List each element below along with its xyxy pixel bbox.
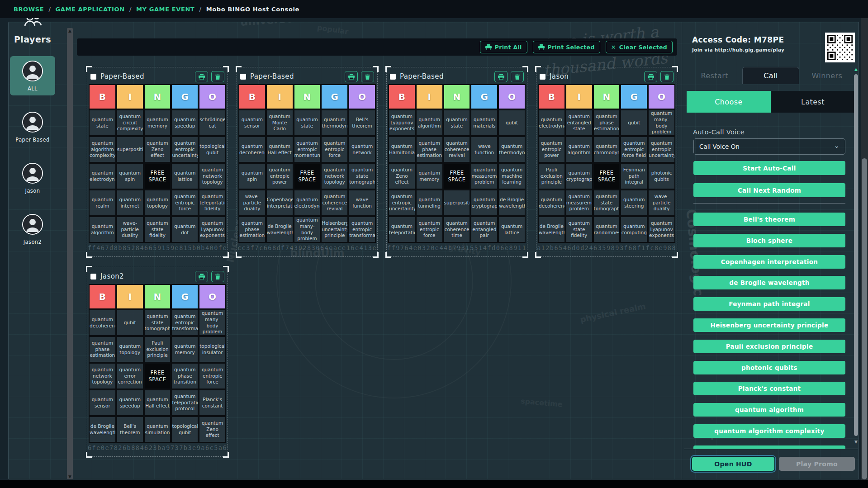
bingo-cell[interactable]: de Broglie wavelength [266, 216, 294, 243]
bingo-cell[interactable]: quantum realm [89, 190, 116, 216]
call-term-button[interactable]: Feynman path integral [693, 297, 845, 311]
bingo-cell[interactable]: quantum error correction [116, 363, 144, 389]
bingo-cell[interactable]: quantum memory [171, 336, 199, 363]
free-space-cell[interactable]: FREE SPACE [294, 163, 321, 190]
open-hud-button[interactable]: Open HUD [692, 457, 774, 471]
scroll-up-icon[interactable]: ▲ [67, 28, 73, 33]
bingo-cell[interactable]: wave- particle duality [648, 190, 675, 216]
delete-card-button[interactable] [660, 71, 674, 82]
bingo-cell[interactable]: quantum circuit complexity [116, 109, 144, 136]
bingo-cell[interactable]: quantum state tomography [144, 309, 171, 336]
bingo-cell[interactable]: Planck's constant [199, 389, 226, 416]
bingo-cell[interactable]: quantum cryptography [565, 163, 593, 190]
bingo-cell[interactable]: qubit [116, 309, 144, 336]
bingo-cell[interactable]: quantum topology [144, 190, 171, 216]
bingo-cell[interactable]: quantum state [294, 109, 321, 136]
bingo-cell[interactable]: wave function [348, 190, 376, 216]
bingo-cell[interactable]: quantum coherence time [443, 216, 471, 243]
bingo-cell[interactable]: quantum algorithm [416, 109, 443, 136]
bingo-cell[interactable]: quantum entropic uncertainty [648, 136, 675, 163]
bingo-cell[interactable]: quantum machine learning [498, 163, 526, 190]
bingo-cell[interactable]: quantum speedup [171, 109, 199, 136]
bingo-cell[interactable]: quantum entropic transformation [171, 309, 199, 336]
free-space-cell[interactable]: FREE SPACE [593, 163, 621, 190]
bingo-cell[interactable]: quantum spin [238, 163, 266, 190]
bingo-cell[interactable]: quantum state [443, 109, 471, 136]
card-checkbox[interactable] [90, 274, 96, 280]
bingo-cell[interactable]: superposition [116, 136, 144, 163]
bingo-cell[interactable]: quantum entropic force field [620, 136, 648, 163]
bingo-cell[interactable]: quantum materials [470, 109, 498, 136]
bingo-cell[interactable]: topological qubit [171, 416, 199, 443]
bingo-cell[interactable]: quantum steering [620, 190, 648, 216]
bingo-cell[interactable]: quantum cryptography [470, 190, 498, 216]
panel-scrollbar[interactable]: ▲ ▼ [854, 67, 859, 470]
bingo-cell[interactable]: quantum state fidelity [565, 216, 593, 243]
bingo-cell[interactable]: quantum Zeno effect [388, 163, 416, 190]
bingo-cell[interactable]: quantum Lyapunov exponents [648, 216, 675, 243]
bingo-cell[interactable]: qubit [620, 109, 648, 136]
play-promo-button[interactable]: Play Promo [779, 457, 855, 471]
content-scrollbar[interactable]: ▲ ▼ [67, 28, 73, 479]
bingo-cell[interactable]: quantum entropic force [321, 136, 348, 163]
bingo-cell[interactable]: quantum network topology [199, 163, 226, 190]
bingo-cell[interactable]: quantum electrodynamics [89, 163, 116, 190]
bingo-cell[interactable]: quantum network topology [89, 363, 116, 389]
bingo-cell[interactable]: quantum tunneling [416, 190, 443, 216]
bingo-cell[interactable]: quantum measurement problem [565, 190, 593, 216]
subtab-choose[interactable]: Choose [687, 91, 771, 113]
bingo-cell[interactable]: quantum teleportation [388, 216, 416, 243]
bingo-cell[interactable]: quantum sensor [238, 109, 266, 136]
bingo-cell[interactable]: quantum decoherence [538, 190, 565, 216]
bingo-cell[interactable]: quantum algorithm [565, 136, 593, 163]
free-space-cell[interactable]: FREE SPACE [144, 163, 171, 190]
bingo-cell[interactable]: Copenhagen interpretation [266, 190, 294, 216]
print-card-button[interactable] [494, 71, 508, 82]
bingo-cell[interactable]: schrödinger cat [199, 109, 226, 136]
bingo-cell[interactable]: quantum sensor [89, 389, 116, 416]
bingo-cell[interactable]: quantum lattice [498, 216, 526, 243]
print-card-button[interactable] [345, 71, 358, 82]
player-item-jason[interactable]: Jason [10, 158, 55, 198]
bingo-cell[interactable]: wave- particle duality [238, 190, 266, 216]
tab-winners[interactable]: Winners [799, 67, 855, 84]
bingo-cell[interactable]: quantum teleportation protocol [171, 389, 199, 416]
bingo-cell[interactable]: quantum entropic power [538, 136, 565, 163]
delete-card-button[interactable] [211, 71, 224, 82]
bingo-cell[interactable]: de Broglie wavelength [89, 416, 116, 443]
bingo-cell[interactable]: Pauli exclusion principle [538, 163, 565, 190]
bingo-cell[interactable]: quantum randomness [593, 216, 621, 243]
bingo-cell[interactable]: topological qubit [199, 136, 226, 163]
breadcrumb-link[interactable]: MY GAME EVENT [136, 6, 194, 13]
breadcrumb-link[interactable]: BROWSE [14, 6, 44, 13]
bingo-cell[interactable]: quantum speedup [116, 389, 144, 416]
bingo-cell[interactable]: quantum topology [116, 336, 144, 363]
bingo-cell[interactable]: quantum network [348, 136, 376, 163]
bingo-cell[interactable]: quantum entropic force [199, 363, 226, 389]
bingo-cell[interactable]: quantum Monte Carlo [266, 109, 294, 136]
bingo-cell[interactable]: quantum many- body problem [199, 309, 226, 336]
bingo-cell[interactable]: quantum coherence revival [443, 136, 471, 163]
bingo-cell[interactable]: quantum chromodynamics [593, 136, 621, 163]
player-item-all[interactable]: ALL [10, 56, 55, 95]
bingo-cell[interactable]: quantum entropic force [171, 190, 199, 216]
bingo-cell[interactable]: quantum electrodynamics [294, 190, 321, 216]
bingo-cell[interactable]: quantum measurement problem [470, 163, 498, 190]
bingo-cell[interactable]: quantum memory [144, 109, 171, 136]
breadcrumb-link[interactable]: GAME APPLICATION [56, 6, 125, 13]
free-space-cell[interactable]: FREE SPACE [144, 363, 171, 389]
call-next-random-button[interactable]: Call Next Random [693, 183, 845, 197]
bingo-cell[interactable]: quantum Lyapunov exponents [388, 109, 416, 136]
bingo-cell[interactable]: quantum entropic uncertainty [171, 136, 199, 163]
bingo-cell[interactable]: quantum algorithm [89, 216, 116, 243]
bingo-cell[interactable]: de Broglie wavelength [498, 190, 526, 216]
print-card-button[interactable] [195, 271, 208, 282]
bingo-cell[interactable]: quantum electrodynamics [538, 109, 565, 136]
call-term-button[interactable]: Bell's theorem [693, 213, 845, 226]
call-term-button[interactable]: de Broglie wavelength [693, 276, 845, 289]
delete-card-button[interactable] [511, 71, 524, 82]
bingo-cell[interactable]: quantum Hall effect [266, 136, 294, 163]
bingo-cell[interactable]: quantum phase estimation [593, 109, 621, 136]
card-checkbox[interactable] [240, 74, 246, 80]
bingo-cell[interactable]: quantum entropic momentum [294, 136, 321, 163]
